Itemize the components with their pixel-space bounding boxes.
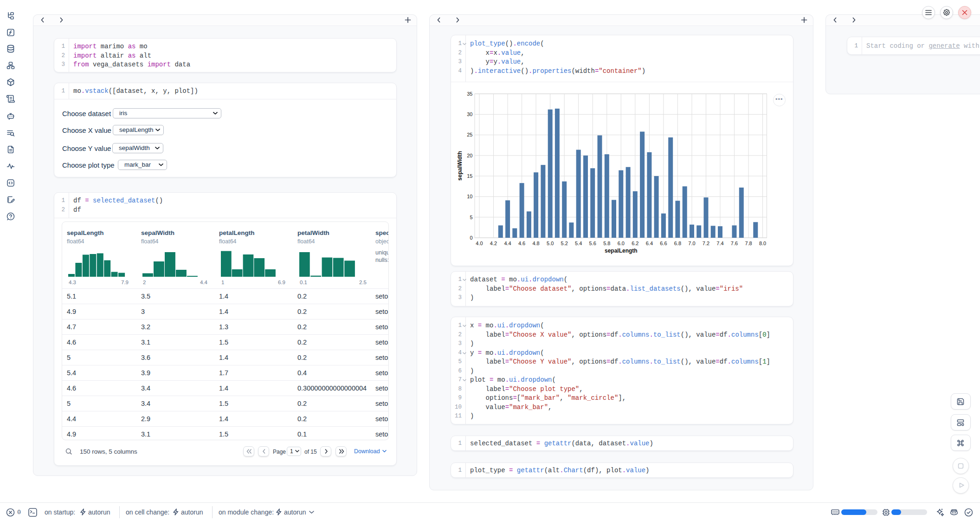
svg-text:6.9: 6.9 [278, 280, 285, 285]
svg-text:sepalWidth: sepalWidth [457, 151, 463, 181]
svg-text:5.4: 5.4 [575, 241, 582, 246]
svg-text:6.6: 6.6 [660, 241, 667, 246]
svg-text:6.0: 6.0 [618, 241, 625, 246]
svg-text:1: 1 [221, 280, 224, 285]
svg-text:2: 2 [143, 280, 146, 285]
svg-text:7.4: 7.4 [716, 241, 723, 246]
svg-text:4.8: 4.8 [532, 241, 539, 246]
svg-text:5.8: 5.8 [603, 241, 610, 246]
svg-text:15: 15 [467, 173, 472, 179]
svg-text:20: 20 [467, 153, 472, 158]
svg-text:sepalLength: sepalLength [605, 247, 638, 254]
svg-text:25: 25 [467, 132, 472, 137]
svg-text:6.2: 6.2 [632, 241, 638, 246]
svg-text:7.2: 7.2 [703, 241, 709, 246]
svg-text:4.3: 4.3 [69, 280, 76, 285]
svg-text:0: 0 [470, 235, 472, 241]
svg-text:6.8: 6.8 [674, 241, 681, 246]
svg-text:10: 10 [467, 194, 472, 199]
svg-text:2.5: 2.5 [359, 280, 367, 285]
svg-text:5.0: 5.0 [547, 241, 554, 246]
svg-text:7.9: 7.9 [121, 280, 129, 285]
svg-text:7.6: 7.6 [731, 241, 738, 246]
svg-text:30: 30 [467, 111, 472, 117]
svg-text:4.0: 4.0 [476, 241, 483, 246]
svg-text:5: 5 [470, 215, 472, 220]
svg-text:4.2: 4.2 [490, 241, 497, 246]
svg-text:7.0: 7.0 [688, 241, 695, 246]
svg-text:35: 35 [467, 91, 472, 97]
svg-text:4.4: 4.4 [504, 241, 511, 246]
svg-text:4.4: 4.4 [200, 280, 208, 285]
svg-text:6.4: 6.4 [646, 241, 653, 246]
svg-text:4.6: 4.6 [518, 241, 525, 246]
svg-text:5.6: 5.6 [589, 241, 596, 246]
svg-text:7.8: 7.8 [745, 241, 752, 246]
svg-text:0.1: 0.1 [300, 280, 307, 285]
svg-text:5.2: 5.2 [561, 241, 568, 246]
svg-text:8.0: 8.0 [759, 241, 766, 246]
